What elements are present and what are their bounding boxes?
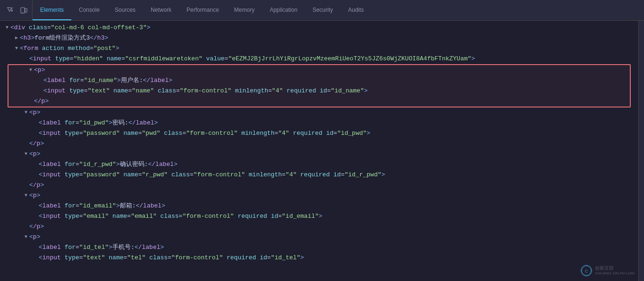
code-content: </p>	[29, 139, 44, 149]
code-content: <label for="id_pwd">密码:</label>	[39, 118, 158, 128]
code-content: <label for="id_r_pwd">确认密码:</label>	[39, 160, 178, 169]
code-line[interactable]: <label for="id_name">用户名:</label>	[8, 75, 630, 86]
code-content: <p>	[29, 108, 40, 117]
triangle-open[interactable]	[23, 191, 29, 200]
watermark-line1: 创新互联	[595, 265, 635, 271]
code-line[interactable]: <h3>form组件渲染方式3</h3>	[4, 33, 635, 43]
toolbar-icons	[2, 0, 33, 20]
tab-application[interactable]: Application	[262, 0, 305, 20]
triangle-open[interactable]	[4, 23, 10, 33]
svg-rect-1	[25, 8, 27, 12]
code-line[interactable]: <p>	[4, 190, 635, 201]
triangle-open[interactable]	[13, 44, 20, 53]
triangle-closed[interactable]	[13, 33, 20, 43]
code-line[interactable]: <form action method="post">	[4, 43, 635, 54]
code-content: </p>	[34, 97, 49, 106]
code-content: <input type="text" name="tel" class="for…	[39, 253, 304, 263]
tab-network[interactable]: Network	[143, 0, 179, 20]
code-line[interactable]: <input type="text" name="name" class="fo…	[8, 86, 630, 96]
triangle-open[interactable]	[27, 66, 34, 75]
code-content: <input type="password" name="r_pwd" clas…	[39, 170, 385, 180]
code-content: <input type="text" name="name" class="fo…	[43, 86, 368, 96]
code-line[interactable]: <input type="password" name="r_pwd" clas…	[4, 170, 635, 180]
code-line[interactable]: <input type="password" name="pwd" class=…	[4, 128, 635, 139]
watermark-line2: CHUANG XIN HU LIAN	[595, 271, 635, 276]
code-line[interactable]: </p>	[4, 139, 635, 149]
triangle-open[interactable]	[23, 232, 29, 242]
tab-console[interactable]: Console	[71, 0, 107, 20]
tab-security[interactable]: Security	[305, 0, 340, 20]
watermark-logo: C	[581, 265, 592, 276]
code-area[interactable]: <div class="col-md-6 col-md-offset-3"><h…	[0, 23, 638, 279]
code-content: <h3>form组件渲染方式3</h3>	[20, 33, 108, 43]
highlighted-block: <p><label for="id_name">用户名:</label><inp…	[8, 64, 631, 107]
tabs-container: ElementsConsoleSourcesNetworkPerformance…	[33, 0, 372, 20]
svg-text:C: C	[585, 269, 588, 273]
code-line[interactable]: </p>	[8, 96, 630, 107]
code-content: <form action method="post">	[20, 44, 119, 53]
devtools-toolbar: ElementsConsoleSourcesNetworkPerformance…	[0, 0, 644, 21]
code-content: <input type="hidden" name="csrfmiddlewar…	[29, 54, 475, 64]
devtools-body: <div class="col-md-6 col-md-offset-3"><h…	[0, 21, 644, 281]
code-content: <p>	[29, 191, 40, 200]
code-line[interactable]: <label for="id_email">邮箱:</label>	[4, 201, 635, 211]
code-content: <div class="col-md-6 col-md-offset-3">	[10, 23, 151, 33]
code-content: </p>	[29, 222, 44, 231]
code-line[interactable]: <p>	[4, 107, 635, 118]
code-line[interactable]: </p>	[4, 222, 635, 232]
code-line[interactable]: <input type="hidden" name="csrfmiddlewar…	[4, 54, 635, 64]
code-content: <label for="id_name">用户名:</label>	[43, 76, 172, 85]
code-content: <p>	[34, 66, 45, 75]
code-content: <label for="id_email">邮箱:</label>	[39, 201, 165, 211]
code-content: </p>	[29, 181, 44, 190]
code-line[interactable]: <div class="col-md-6 col-md-offset-3">	[4, 23, 635, 33]
tab-performance[interactable]: Performance	[179, 0, 227, 20]
watermark: C 创新互联 CHUANG XIN HU LIAN	[581, 265, 635, 276]
tab-sources[interactable]: Sources	[107, 0, 143, 20]
triangle-open[interactable]	[23, 108, 29, 117]
code-line[interactable]: <p>	[4, 149, 635, 159]
scrollbar-track[interactable]	[638, 21, 644, 281]
code-line[interactable]: <label for="id_r_pwd">确认密码:</label>	[4, 159, 635, 170]
code-panel: <div class="col-md-6 col-md-offset-3"><h…	[0, 21, 638, 281]
code-line[interactable]: <input type="email" name="email" class="…	[4, 211, 635, 222]
watermark-text-container: 创新互联 CHUANG XIN HU LIAN	[595, 265, 635, 276]
inspect-icon[interactable]	[6, 6, 15, 15]
tab-audits[interactable]: Audits	[340, 0, 371, 20]
tab-elements[interactable]: Elements	[33, 0, 71, 20]
code-line[interactable]: </p>	[4, 180, 635, 190]
triangle-open[interactable]	[23, 149, 29, 159]
code-content: <input type="password" name="pwd" class=…	[39, 129, 370, 138]
svg-point-2	[22, 12, 23, 13]
code-content: <p>	[29, 232, 40, 242]
code-content: <input type="email" name="email" class="…	[39, 212, 322, 221]
code-content: <p>	[29, 149, 40, 159]
code-line[interactable]: <p>	[8, 65, 630, 75]
tab-memory[interactable]: Memory	[227, 0, 262, 20]
code-content: <label for="id_tel">手机号:</label>	[39, 243, 164, 252]
code-line[interactable]: <label for="id_tel">手机号:</label>	[4, 242, 635, 253]
code-line[interactable]: <input type="text" name="tel" class="for…	[4, 253, 635, 263]
code-line[interactable]: <p>	[4, 232, 635, 242]
device-icon[interactable]	[19, 6, 28, 15]
code-line[interactable]: <label for="id_pwd">密码:</label>	[4, 118, 635, 128]
